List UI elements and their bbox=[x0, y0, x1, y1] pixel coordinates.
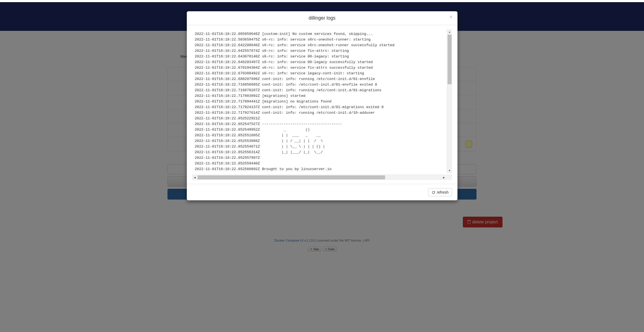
scroll-right-arrow-icon[interactable]: ▶ bbox=[441, 175, 447, 180]
refresh-button[interactable]: refresh bbox=[428, 188, 452, 196]
logs-modal: dillinger logs × 2022-11-01T16:18:22.065… bbox=[187, 11, 457, 200]
vscroll-track[interactable]: ▲ ▼ bbox=[447, 29, 452, 173]
modal-close-button[interactable]: × bbox=[448, 14, 454, 19]
vscroll-thumb[interactable] bbox=[448, 35, 452, 84]
refresh-label: refresh bbox=[437, 190, 449, 194]
modal-footer: refresh bbox=[187, 184, 457, 200]
log-content[interactable]: 2022-11-01T16:18:22.065959646Z [custom-i… bbox=[195, 31, 447, 172]
log-scroll-pane: 2022-11-01T16:18:22.065959646Z [custom-i… bbox=[192, 29, 452, 180]
modal-body: 2022-11-01T16:18:22.065959646Z [custom-i… bbox=[187, 25, 457, 184]
hscroll-track[interactable]: ◀ ▶ bbox=[192, 175, 447, 180]
scroll-corner bbox=[447, 175, 452, 180]
modal-title: dillinger logs bbox=[192, 15, 452, 21]
scroll-left-arrow-icon[interactable]: ◀ bbox=[192, 175, 198, 180]
hscroll-thumb[interactable] bbox=[198, 175, 385, 179]
scroll-down-arrow-icon[interactable]: ▼ bbox=[447, 168, 452, 173]
scroll-up-arrow-icon[interactable]: ▲ bbox=[447, 29, 452, 35]
refresh-icon bbox=[432, 191, 435, 194]
modal-header: dillinger logs × bbox=[187, 11, 457, 25]
